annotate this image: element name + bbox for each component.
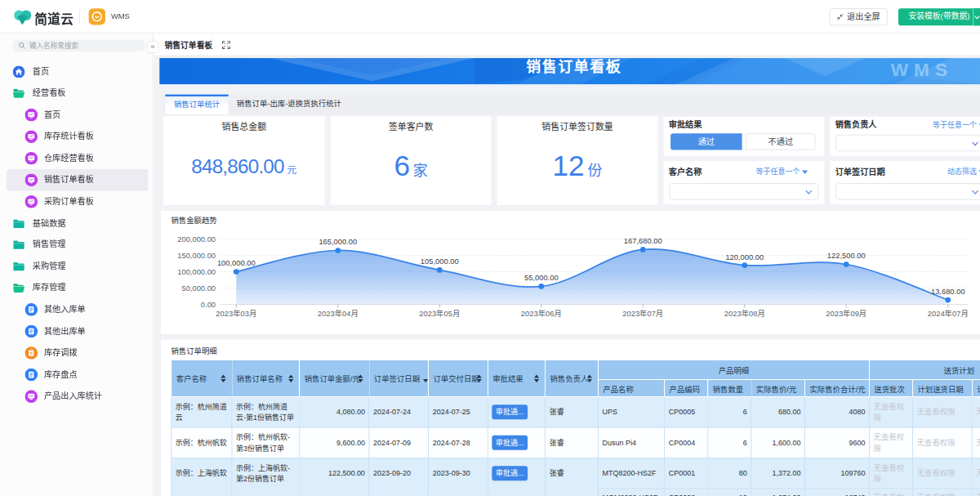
svg-text:100,000.00: 100,000.00 [177,268,216,276]
svg-text:2023年08月: 2023年08月 [724,309,765,318]
svg-text:122,500.00: 122,500.00 [827,252,866,260]
svg-text:0.00: 0.00 [201,301,216,309]
svg-text:50,000.00: 50,000.00 [181,284,216,293]
svg-text:2023年03月: 2023年03月 [216,309,256,318]
svg-text:100,000.00: 100,000.00 [217,259,256,267]
svg-text:167,680.00: 167,680.00 [624,237,662,245]
svg-text:2024年07月: 2024年07月 [928,309,969,318]
svg-text:120,000.00: 120,000.00 [725,253,764,261]
svg-text:2023年07月: 2023年07月 [622,309,663,318]
svg-text:2023年09月: 2023年09月 [826,309,866,318]
svg-text:150,000.00: 150,000.00 [177,252,216,260]
svg-text:55,000.00: 55,000.00 [524,274,559,282]
svg-text:2023年05月: 2023年05月 [419,309,460,318]
svg-text:2023年06月: 2023年06月 [521,309,562,318]
svg-text:165,000.00: 165,000.00 [318,238,357,246]
svg-text:200,000.00: 200,000.00 [177,235,216,244]
svg-text:105,000.00: 105,000.00 [421,257,459,266]
svg-text:2023年04月: 2023年04月 [318,309,359,318]
svg-text:13,680.00: 13,680.00 [931,288,965,296]
